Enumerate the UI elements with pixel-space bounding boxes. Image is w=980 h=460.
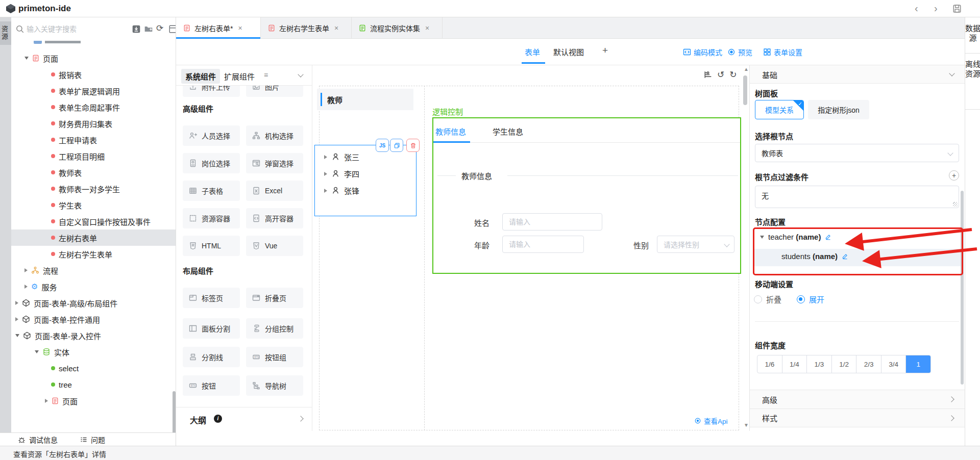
sidebar-scrollbar[interactable] <box>173 391 176 432</box>
caret-down-icon[interactable] <box>35 350 39 353</box>
view-api-link[interactable]: 查看Api <box>694 416 728 426</box>
chevron-right-icon[interactable] <box>298 416 303 421</box>
resize-grip[interactable] <box>953 202 958 207</box>
props-scrollbar[interactable] <box>961 191 964 385</box>
tree-item-page[interactable]: 教师表一对多学生 <box>11 181 176 197</box>
width-option[interactable]: 1/6 <box>757 355 782 373</box>
tree-item-page[interactable]: 报销表 <box>11 66 176 83</box>
scroll-down-arrow[interactable]: ▼ <box>744 422 749 428</box>
tree-item-package[interactable]: 页面-表单-控件通用 <box>11 311 176 327</box>
width-option[interactable]: 1/4 <box>782 355 807 373</box>
caret-right-icon[interactable] <box>24 268 28 272</box>
delete-widget-button[interactable] <box>406 139 420 152</box>
tree-item-page[interactable]: 学生表 <box>11 197 176 213</box>
tab-form[interactable]: 表单 <box>525 46 540 57</box>
issues-button[interactable]: 问题 <box>80 435 105 445</box>
collapse-all-icon[interactable] <box>168 24 176 34</box>
tree-item-page[interactable]: 表单扩展逻辑调用 <box>11 83 176 99</box>
tree-widget-header[interactable]: 教师 <box>317 89 413 110</box>
caret-down-icon[interactable] <box>15 334 19 337</box>
close-icon[interactable]: × <box>334 24 338 32</box>
width-option[interactable]: 1/2 <box>832 355 857 373</box>
palette-item-panel-split[interactable]: 面板分割 <box>183 318 240 339</box>
tab-student-info[interactable]: 学生信息 <box>493 126 523 137</box>
caret-right-icon[interactable] <box>15 301 18 305</box>
width-option-selected[interactable]: 1 <box>906 355 930 373</box>
save-icon[interactable] <box>952 4 962 13</box>
radio-icon[interactable] <box>754 295 762 303</box>
add-filter-button[interactable]: + <box>949 170 959 181</box>
doc-tab[interactable]: 左树右学生表单 × <box>261 17 352 39</box>
caret-right-icon[interactable] <box>24 285 28 289</box>
width-option[interactable]: 2/3 <box>856 355 881 373</box>
nav-forward-icon[interactable]: › <box>934 3 938 13</box>
tree-item-page[interactable]: 自定义窗口操作按钮及事件 <box>11 213 176 229</box>
datasource-vertical-tab[interactable]: 数据源 <box>965 23 980 43</box>
tree-item-page[interactable]: 左树右学生表单 <box>11 246 176 262</box>
radio-expand[interactable]: 展开 <box>797 294 824 304</box>
palette-item-button-group[interactable]: BTN 按钮组 <box>246 347 303 367</box>
tree-item-entity[interactable]: 实体 <box>11 344 176 360</box>
tab-teacher-info[interactable]: 教师信息 <box>435 126 466 137</box>
canvas-scrollbar[interactable] <box>743 75 747 105</box>
import-resource-icon[interactable] <box>132 24 141 34</box>
tab-system-components[interactable]: 系统组件 <box>181 69 220 84</box>
undo-icon[interactable]: ↺ <box>717 69 724 80</box>
tree-item-page[interactable]: 教师表 <box>11 164 176 181</box>
offline-resource-vertical-tab[interactable]: 离线资源 <box>965 59 980 79</box>
caret-right-icon[interactable] <box>45 399 48 403</box>
width-option[interactable]: 3/4 <box>881 355 906 373</box>
tab-default-view[interactable]: 默认视图 <box>553 46 584 57</box>
debug-info-button[interactable]: 调试信息 <box>17 435 58 445</box>
tree-item-select[interactable]: select <box>11 360 176 376</box>
redo-icon[interactable]: ↻ <box>729 69 737 80</box>
tree-item-page[interactable]: 表单生命周起事件 <box>11 99 176 115</box>
tree-item-pages[interactable]: 页面 <box>11 50 176 66</box>
tab-extension-components[interactable]: 扩展组件 <box>224 71 255 82</box>
palette-item-html[interactable]: HTML <box>183 236 240 256</box>
tree-item-tree[interactable]: tree <box>11 376 176 393</box>
caret-right-icon[interactable] <box>324 189 327 193</box>
basic-section-header[interactable]: 基础 <box>750 65 965 84</box>
palette-item-popup-select[interactable]: 弹窗选择 <box>246 153 303 173</box>
palette-item-divider[interactable]: 分割线 <box>183 347 240 367</box>
doc-tab[interactable]: 流程实例实体集 × <box>352 17 443 39</box>
name-input[interactable] <box>502 213 602 231</box>
tree-item-package-expanded[interactable]: 页面-表单-录入控件 <box>11 327 176 344</box>
outline-row[interactable]: 大纲 i <box>176 407 312 431</box>
mode-model-relation-button[interactable]: 模型关系 ✓ <box>755 100 804 119</box>
style-section-row[interactable]: 样式 <box>750 408 965 427</box>
tree-item-page[interactable]: 财务费用归集表 <box>11 115 176 132</box>
tree-item-process[interactable]: 流程 <box>11 262 176 278</box>
new-folder-icon[interactable] <box>144 24 153 34</box>
caret-right-icon[interactable] <box>324 172 327 176</box>
copy-widget-button[interactable] <box>390 139 403 152</box>
caret-right-icon[interactable] <box>324 155 327 159</box>
caret-right-icon[interactable] <box>15 317 18 321</box>
mode-json-button[interactable]: 指定树形json <box>808 100 869 119</box>
palette-item-org-select[interactable]: 机构选择 <box>246 125 303 146</box>
palette-item-group-control[interactable]: 分组控制 <box>246 318 303 339</box>
add-view-button[interactable]: + <box>602 45 608 56</box>
doc-tab-active[interactable]: 左树右表单* × <box>176 17 261 39</box>
scroll-up-arrow[interactable]: ▲ <box>744 66 749 72</box>
chevron-down-icon[interactable] <box>298 71 303 77</box>
tree-item-process-sub[interactable]: 流程 <box>11 409 176 411</box>
palette-item-excel[interactable]: Excel <box>246 181 303 201</box>
palette-item-subtable[interactable]: 子表格 <box>183 181 240 201</box>
filter-textarea[interactable]: 无 <box>755 186 959 208</box>
radio-collapse[interactable]: 折叠 <box>754 294 781 304</box>
palette-item-code-container[interactable]: 高开容器 <box>246 208 303 228</box>
palette-item-vue[interactable]: Vue <box>246 236 303 256</box>
gender-select[interactable]: 请选择性别 <box>657 236 734 253</box>
palette-item-button[interactable]: BTN 按钮 <box>183 375 240 396</box>
close-icon[interactable]: × <box>425 24 429 32</box>
refresh-icon[interactable]: ⟳ <box>156 23 163 34</box>
palette-item-resource-container[interactable]: 资源容器 <box>183 208 240 228</box>
logic-control-label[interactable]: 逻辑控制 <box>432 106 463 117</box>
tree-node[interactable]: 李四 <box>315 165 415 182</box>
tree-item-page[interactable]: 工程申请表 <box>11 132 176 148</box>
preview-button[interactable]: 预览 <box>727 47 752 57</box>
advanced-section-row[interactable]: 高级 <box>750 390 965 408</box>
palette-item-collapse[interactable]: 折叠页 <box>246 288 303 308</box>
